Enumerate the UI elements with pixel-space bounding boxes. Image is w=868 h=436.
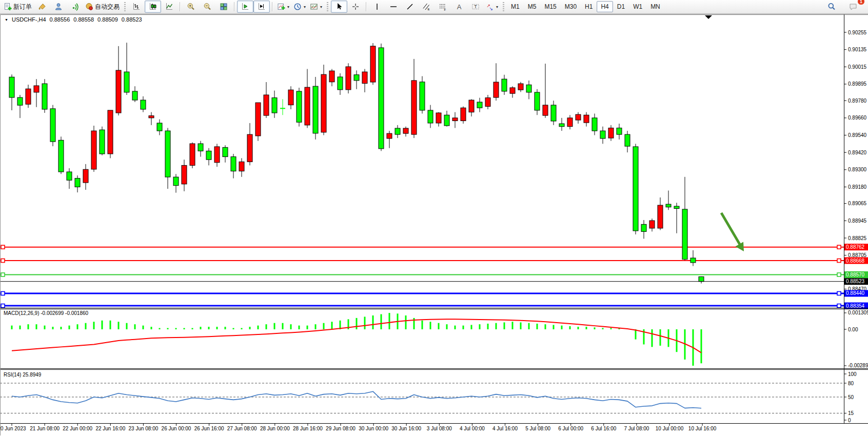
svg-text:0.89780: 0.89780 [848, 98, 867, 104]
timeframe-m5[interactable]: M5 [524, 1, 541, 12]
svg-text:3 Jul 08:00: 3 Jul 08:00 [427, 426, 452, 431]
svg-text:0.89420: 0.89420 [848, 150, 867, 155]
svg-text:28 Jun 16:00: 28 Jun 16:00 [293, 426, 323, 431]
profile-button[interactable] [50, 1, 67, 13]
svg-text:T: T [474, 4, 477, 9]
text-button[interactable]: A [451, 1, 467, 13]
svg-text:0.88668: 0.88668 [846, 258, 865, 264]
timeframe-h1[interactable]: H1 [581, 1, 597, 12]
svg-text:20 Jun 2023: 20 Jun 2023 [0, 426, 26, 431]
price-chart-svg[interactable]: 0.902550.901350.900150.898950.897800.896… [0, 14, 868, 436]
periods-button[interactable]: ▾ [291, 1, 308, 13]
timeframe-m30-label: M30 [565, 3, 577, 10]
clock-icon [293, 3, 302, 11]
arrows-button[interactable]: ↗↘▾ [484, 1, 500, 13]
terminal-window: 新订单自动交易▾▾▾EFAT↗↘▾M1M5M15M30H1H4D1W1MN1 0… [0, 0, 868, 436]
macd-label: MACD(12,26,9) -0.002699 -0.001860 [4, 310, 88, 316]
timeframe-h4[interactable]: H4 [597, 1, 613, 12]
candlestick-chart-button[interactable] [145, 1, 161, 13]
notifications-button[interactable]: 1 [845, 1, 861, 13]
svg-text:100: 100 [848, 371, 857, 377]
arrows-icon: ↗↘ [486, 3, 494, 11]
svg-text:80: 80 [848, 381, 854, 386]
toolbar-separator [180, 2, 181, 11]
auto-trading-button[interactable]: 自动交易 [83, 1, 122, 13]
text-label-button[interactable]: T [467, 1, 484, 13]
chart-title-collapse-icon[interactable]: ▼ [5, 18, 8, 22]
text-icon: A [455, 3, 463, 11]
svg-text:10 Jul 00:00: 10 Jul 00:00 [656, 426, 684, 431]
svg-text:0: 0 [848, 418, 851, 423]
auto-trading-button-label: 自动交易 [95, 3, 120, 11]
new-order-button[interactable]: 新订单 [2, 1, 34, 13]
svg-text:↘: ↘ [489, 6, 494, 11]
svg-text:4 Jul 16:00: 4 Jul 16:00 [492, 426, 518, 431]
zoom-in-button[interactable] [183, 1, 199, 13]
zoom-out-button[interactable] [199, 1, 215, 13]
chevron-down-icon: ▾ [320, 5, 322, 9]
svg-text:29 Jun 08:00: 29 Jun 08:00 [326, 426, 356, 431]
svg-text:28 Jun 00:00: 28 Jun 00:00 [260, 426, 290, 431]
trendline-icon [406, 3, 414, 11]
line-chart-button[interactable] [161, 1, 177, 13]
line-chart-icon [165, 3, 173, 11]
indicators-button[interactable]: ▾ [275, 1, 291, 13]
fibonacci-button[interactable]: F [435, 1, 451, 13]
auto-scroll-button[interactable] [237, 1, 253, 13]
chart-shift-button[interactable] [253, 1, 270, 13]
template-icon [310, 3, 318, 11]
svg-text:0.89180: 0.89180 [848, 184, 867, 190]
timeframe-d1[interactable]: D1 [613, 1, 629, 12]
timeframe-d1-label: D1 [617, 3, 625, 10]
bar-chart-button[interactable] [128, 1, 145, 13]
svg-text:0.88570: 0.88570 [846, 272, 865, 278]
toolbar: 新订单自动交易▾▾▾EFAT↗↘▾M1M5M15M30H1H4D1W1MN1 [0, 0, 868, 14]
profile-icon [54, 3, 63, 11]
vline-icon [373, 3, 381, 11]
timeframe-mn[interactable]: MN [646, 1, 664, 12]
svg-text:22 Jun 16:00: 22 Jun 16:00 [95, 426, 125, 431]
timeframe-m15[interactable]: M15 [540, 1, 560, 12]
templates-button[interactable]: ▾ [308, 1, 324, 13]
auto-scroll-icon [241, 3, 249, 11]
svg-text:0.89540: 0.89540 [848, 132, 867, 138]
channel-icon: E [422, 3, 430, 11]
crosshair-button[interactable] [347, 1, 364, 13]
search-button[interactable] [823, 1, 840, 13]
tile-windows-button[interactable] [215, 1, 232, 13]
svg-text:A: A [457, 3, 462, 11]
tile-windows-icon [220, 3, 228, 11]
toolbar-grip [503, 2, 504, 11]
svg-text:26 Jun 16:00: 26 Jun 16:00 [194, 426, 224, 431]
cursor-button[interactable] [331, 1, 347, 13]
toolbar-grip [327, 2, 328, 11]
svg-text:0.88705: 0.88705 [848, 252, 867, 258]
timeframe-m1[interactable]: M1 [507, 1, 524, 12]
svg-text:0.89300: 0.89300 [848, 167, 867, 172]
svg-text:0.00: 0.00 [848, 327, 858, 332]
styler-button[interactable] [34, 1, 50, 13]
chevron-down-icon: ▾ [287, 5, 289, 9]
trendline-button[interactable] [402, 1, 418, 13]
svg-text:21 Jun 08:00: 21 Jun 08:00 [30, 426, 60, 431]
signals-button[interactable] [67, 1, 83, 13]
timeframe-w1[interactable]: W1 [629, 1, 646, 12]
svg-text:10 Jul 16:00: 10 Jul 16:00 [688, 426, 717, 431]
chat-icon [849, 3, 857, 11]
svg-text:E: E [428, 8, 430, 11]
svg-text:30 Jun 16:00: 30 Jun 16:00 [391, 426, 421, 431]
channel-button[interactable]: E [418, 1, 435, 13]
timeframe-m30[interactable]: M30 [561, 1, 581, 12]
rsi-label: RSI(14) 25.8949 [4, 372, 41, 378]
timeframe-h1-label: H1 [585, 3, 593, 10]
vertical-line-button[interactable] [369, 1, 385, 13]
horizontal-line-button[interactable] [385, 1, 402, 13]
new-order-button-label: 新订单 [13, 3, 32, 11]
fibonacci-icon: F [439, 3, 447, 11]
svg-text:F: F [444, 8, 446, 11]
search-icon [827, 3, 836, 11]
bucket-icon [38, 3, 46, 11]
svg-text:0.89660: 0.89660 [848, 115, 867, 121]
crosshair-icon [351, 3, 360, 11]
chart-window[interactable]: 0.902550.901350.900150.898950.897800.896… [0, 14, 868, 436]
